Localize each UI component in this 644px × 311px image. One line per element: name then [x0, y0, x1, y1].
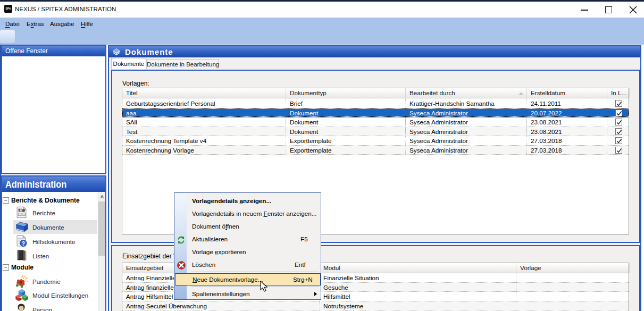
svg-text:?: ?	[22, 240, 26, 246]
